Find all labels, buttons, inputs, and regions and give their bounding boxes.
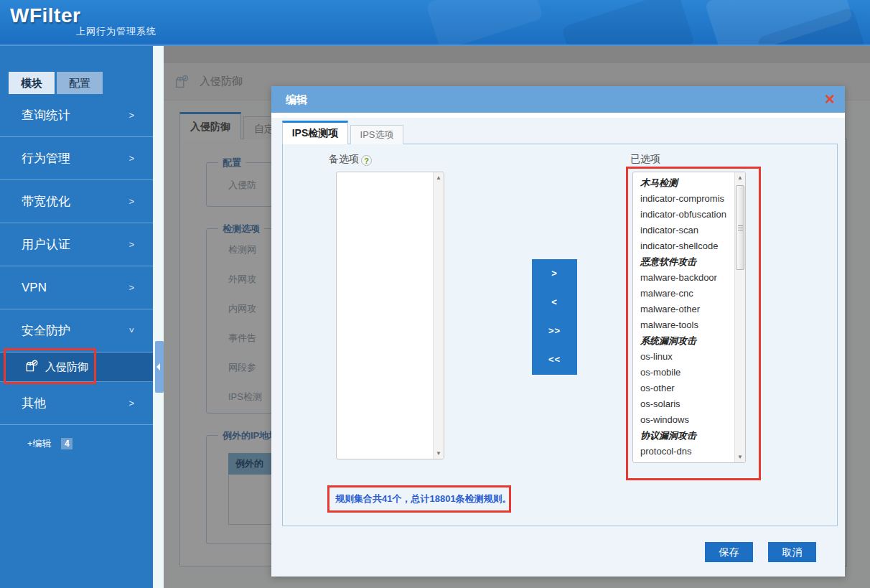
chevron-icon: > — [128, 180, 134, 223]
available-scrollbar[interactable]: ▲ ▼ — [433, 172, 444, 459]
selected-item[interactable]: indicator-scan — [633, 223, 734, 238]
selected-item[interactable]: malware-backdoor — [633, 270, 734, 286]
tab-ips-detect-items[interactable]: IPS检测项 — [282, 121, 348, 144]
sidebar: 模块 配置 查询统计>行为管理>带宽优化>用户认证>VPN>安全防护˅入侵防御其… — [0, 46, 153, 588]
sidebar-item-label: 入侵防御 — [45, 360, 88, 373]
cancel-button[interactable]: 取消 — [768, 542, 816, 562]
sidebar-item-label: 其他 — [22, 396, 46, 410]
sidebar-item-label: 用户认证 — [22, 238, 70, 251]
app-logo: WFilter — [10, 4, 80, 27]
selected-group-header[interactable]: 木马检测 — [633, 175, 734, 191]
selected-item[interactable]: os-solaris — [633, 396, 734, 412]
move-right-button[interactable]: > — [532, 259, 577, 288]
help-icon[interactable]: ? — [361, 155, 372, 166]
sidebar-collapse-handle[interactable] — [155, 341, 164, 393]
selected-item[interactable]: malware-tools — [633, 317, 734, 333]
selected-scrollbar[interactable]: ▲ ▼ — [734, 172, 745, 462]
dialog-tab-panel: 备选项? 已选项 ▲ ▼ ><>><< 木马检测indicator-compro… — [282, 144, 838, 526]
available-list-label: 备选项? — [329, 153, 372, 166]
package-check-icon — [24, 355, 39, 370]
edit-dialog: 编辑 × IPS检测项 IPS选项 备选项? 已选项 ▲ ▼ ><>><< 木马… — [271, 86, 845, 577]
rules-summary: 规则集合共41个，总计18801条检测规则。 — [329, 493, 512, 505]
dialog-header[interactable]: 编辑 × — [271, 86, 845, 113]
app-header: WFilter 上网行为管理系统 — [0, 0, 870, 46]
save-button[interactable]: 保存 — [705, 542, 753, 562]
move-all-right-button[interactable]: >> — [532, 317, 577, 345]
sidebar-item-label: 查询统计 — [22, 108, 70, 122]
chevron-icon: ˅ — [128, 309, 134, 352]
selected-group-header[interactable]: 系统漏洞攻击 — [633, 333, 734, 349]
selected-item[interactable]: indicator-shellcode — [633, 238, 734, 254]
selected-listbox[interactable]: 木马检测indicator-compromisindicator-obfusca… — [632, 172, 746, 463]
tab-ips-options[interactable]: IPS选项 — [350, 125, 403, 144]
sidebar-tabs: 模块 配置 — [9, 72, 105, 94]
available-label-text: 备选项 — [329, 153, 359, 164]
scroll-down-icon[interactable]: ▼ — [735, 454, 745, 460]
sidebar-item-label: VPN — [22, 281, 47, 294]
chevron-icon: > — [128, 94, 134, 136]
chevron-icon: > — [128, 223, 134, 266]
app-subtitle: 上网行为管理系统 — [76, 25, 156, 38]
sidebar-item-label: 带宽优化 — [22, 195, 70, 208]
keyboard-decoration — [561, 0, 695, 46]
selected-item[interactable]: protocol-finger — [633, 459, 734, 462]
sidebar-item-query-stats[interactable]: 查询统计> — [0, 94, 153, 137]
sidebar-item-user-auth[interactable]: 用户认证> — [0, 223, 153, 266]
sidebar-item-label: 安全防护 — [22, 324, 70, 337]
scrollbar-grip — [738, 225, 743, 226]
keyboard-decoration — [426, 0, 543, 46]
scroll-up-icon[interactable]: ▲ — [735, 174, 745, 181]
scrollbar-thumb[interactable] — [736, 185, 744, 270]
edit-count-badge: 4 — [61, 438, 72, 449]
sidebar-gutter — [153, 46, 164, 588]
move-all-left-button[interactable]: << — [532, 345, 577, 374]
chevron-icon: > — [128, 382, 134, 424]
selected-item[interactable]: malware-other — [633, 302, 734, 317]
sidebar-tab-modules[interactable]: 模块 — [9, 72, 55, 94]
selected-item[interactable]: os-windows — [633, 412, 734, 428]
sidebar-edit-label: +编辑 — [27, 438, 52, 449]
selected-list-label: 已选项 — [630, 153, 660, 166]
chevron-icon: > — [128, 266, 134, 309]
sidebar-item-vpn[interactable]: VPN> — [0, 266, 153, 309]
sidebar-edit-button[interactable]: +编辑 4 — [27, 437, 72, 450]
sidebar-item-bandwidth-opt[interactable]: 带宽优化> — [0, 180, 153, 223]
sidebar-item-others[interactable]: 其他> — [0, 382, 153, 425]
screen: WFilter 上网行为管理系统 模块 配置 查询统计>行为管理>带宽优化>用户… — [0, 0, 870, 588]
available-listbox[interactable]: ▲ ▼ — [336, 172, 444, 459]
annotation-box-summary: 规则集合共41个，总计18801条检测规则。 — [327, 485, 511, 513]
selected-items: 木马检测indicator-compromisindicator-obfusca… — [633, 175, 734, 462]
close-icon[interactable]: × — [825, 89, 835, 109]
selected-item[interactable]: malware-cnc — [633, 286, 734, 302]
selected-group-header[interactable]: 恶意软件攻击 — [633, 254, 734, 270]
scroll-up-icon[interactable]: ▲ — [434, 174, 444, 181]
selected-item[interactable]: os-mobile — [633, 365, 734, 381]
selected-item[interactable]: indicator-compromis — [633, 191, 734, 207]
sidebar-tab-config[interactable]: 配置 — [57, 72, 103, 94]
chevron-icon: > — [128, 137, 134, 179]
transfer-buttons: ><>><< — [532, 259, 577, 375]
dialog-header-divider — [271, 113, 845, 118]
selected-item[interactable]: protocol-dns — [633, 444, 734, 459]
selected-item[interactable]: os-linux — [633, 349, 734, 365]
sidebar-item-intrusion-prevention[interactable]: 入侵防御 — [0, 353, 153, 382]
dialog-title: 编辑 — [271, 86, 845, 113]
dialog-tabs: IPS检测项 IPS选项 — [271, 118, 845, 144]
move-left-button[interactable]: < — [532, 288, 577, 317]
sidebar-item-behavior-mgmt[interactable]: 行为管理> — [0, 137, 153, 180]
sidebar-item-label: 行为管理 — [22, 151, 70, 165]
sidebar-menu: 查询统计>行为管理>带宽优化>用户认证>VPN>安全防护˅入侵防御其他> — [0, 94, 153, 425]
selected-item[interactable]: indicator-obfuscation — [633, 207, 734, 223]
selected-item[interactable]: os-other — [633, 381, 734, 396]
scroll-down-icon[interactable]: ▼ — [434, 450, 444, 457]
sidebar-item-security-protection[interactable]: 安全防护˅ — [0, 309, 153, 353]
selected-group-header[interactable]: 协议漏洞攻击 — [633, 428, 734, 444]
